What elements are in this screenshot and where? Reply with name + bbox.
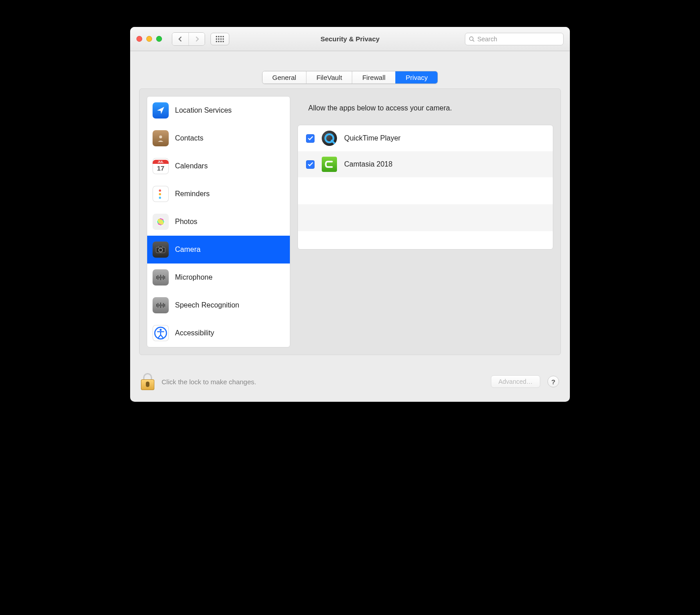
svg-rect-4 xyxy=(216,38,217,40)
photos-icon xyxy=(153,214,169,230)
lock-body-icon xyxy=(141,379,154,390)
nav-segment xyxy=(172,32,205,46)
check-icon xyxy=(308,136,313,141)
svg-point-12 xyxy=(469,37,473,40)
svg-point-14 xyxy=(159,136,162,138)
back-button[interactable] xyxy=(172,33,188,45)
zoom-window-button[interactable] xyxy=(156,36,162,42)
close-window-button[interactable] xyxy=(136,36,142,42)
microphone-icon xyxy=(153,269,169,286)
svg-rect-0 xyxy=(216,36,217,37)
lock-hint-text: Click the lock to make changes. xyxy=(162,378,484,386)
svg-rect-7 xyxy=(223,38,224,40)
app-checkbox-quicktime[interactable] xyxy=(306,134,315,143)
calendar-icon: JUL 17 xyxy=(153,158,169,174)
speech-icon xyxy=(153,297,169,313)
search-icon xyxy=(469,36,475,42)
reminders-icon xyxy=(153,186,169,202)
sidebar-item-label: Camera xyxy=(175,246,201,254)
window-footer: Click the lock to make changes. Advanced… xyxy=(130,364,570,402)
sidebar-item-contacts[interactable]: Contacts xyxy=(147,124,290,152)
contacts-icon xyxy=(153,130,169,146)
sidebar-item-camera[interactable]: Camera xyxy=(147,236,290,264)
svg-rect-6 xyxy=(220,38,222,40)
svg-rect-10 xyxy=(220,41,222,42)
chevron-right-icon xyxy=(195,36,199,42)
minimize-window-button[interactable] xyxy=(146,36,152,42)
sidebar-item-label: Accessibility xyxy=(175,329,214,337)
sidebar-item-label: Location Services xyxy=(175,106,232,114)
detail-heading: Allow the apps below to access your came… xyxy=(298,96,553,125)
svg-rect-5 xyxy=(218,38,219,40)
app-name: Camtasia 2018 xyxy=(344,160,393,168)
sidebar-item-calendars[interactable]: JUL 17 Calendars xyxy=(147,152,290,180)
tab-firewall[interactable]: Firewall xyxy=(352,71,395,83)
svg-line-13 xyxy=(473,40,474,41)
camera-icon xyxy=(153,242,169,258)
location-icon xyxy=(153,102,169,119)
app-row: Camtasia 2018 xyxy=(298,151,553,177)
preferences-window: Security & Privacy General FileVault Fir… xyxy=(130,27,570,402)
svg-rect-2 xyxy=(220,36,222,37)
check-icon xyxy=(308,162,313,167)
sidebar-item-speech-recognition[interactable]: Speech Recognition xyxy=(147,291,290,319)
calendar-month: JUL xyxy=(153,160,169,164)
tab-bar-wrap: General FileVault Firewall Privacy xyxy=(130,51,570,88)
quicktime-icon xyxy=(322,131,337,146)
lock-button[interactable] xyxy=(141,373,154,390)
app-permission-list: QuickTime Player Camtasia 2018 xyxy=(298,125,553,250)
sidebar-item-microphone[interactable]: Microphone xyxy=(147,264,290,291)
traffic-lights xyxy=(136,36,162,42)
app-checkbox-camtasia[interactable] xyxy=(306,160,315,169)
forward-button[interactable] xyxy=(188,33,205,45)
sidebar-item-reminders[interactable]: Reminders xyxy=(147,180,290,208)
show-all-button[interactable] xyxy=(210,33,229,45)
svg-point-41 xyxy=(160,329,162,331)
window-toolbar: Security & Privacy xyxy=(130,27,570,51)
sidebar-item-label: Calendars xyxy=(175,162,208,170)
sidebar-item-label: Speech Recognition xyxy=(175,301,239,309)
advanced-button[interactable]: Advanced… xyxy=(491,375,540,388)
app-row: QuickTime Player xyxy=(298,125,553,151)
svg-rect-1 xyxy=(218,36,219,37)
accessibility-icon xyxy=(153,325,169,341)
svg-rect-24 xyxy=(159,246,162,248)
sidebar-item-location-services[interactable]: Location Services xyxy=(147,97,290,124)
sidebar-item-label: Contacts xyxy=(175,134,203,142)
app-row-empty xyxy=(298,231,553,249)
chevron-left-icon xyxy=(178,36,183,42)
svg-rect-8 xyxy=(216,41,217,42)
grid-icon xyxy=(216,36,224,42)
tab-general[interactable]: General xyxy=(262,71,306,83)
tab-privacy[interactable]: Privacy xyxy=(395,71,438,83)
tab-filevault[interactable]: FileVault xyxy=(306,71,352,83)
calendar-day: 17 xyxy=(157,164,165,173)
help-button[interactable]: ? xyxy=(547,376,559,387)
svg-rect-11 xyxy=(223,41,224,42)
detail-pane: Allow the apps below to access your came… xyxy=(298,96,553,347)
app-row-empty xyxy=(298,204,553,231)
sidebar-item-label: Photos xyxy=(175,218,197,226)
search-input[interactable] xyxy=(477,35,560,43)
sidebar-item-accessibility[interactable]: Accessibility xyxy=(147,319,290,347)
sidebar-item-label: Reminders xyxy=(175,190,210,198)
svg-rect-3 xyxy=(223,36,224,37)
app-row-empty xyxy=(298,177,553,204)
content-area: Location Services Contacts JUL 17 Calend… xyxy=(139,88,561,355)
tab-bar: General FileVault Firewall Privacy xyxy=(262,71,438,84)
search-field[interactable] xyxy=(465,33,564,45)
camtasia-icon xyxy=(322,157,337,172)
svg-rect-9 xyxy=(218,41,219,42)
sidebar-item-photos[interactable]: Photos xyxy=(147,208,290,236)
sidebar-item-label: Microphone xyxy=(175,273,213,281)
app-name: QuickTime Player xyxy=(344,134,401,142)
privacy-sidebar: Location Services Contacts JUL 17 Calend… xyxy=(147,96,290,347)
